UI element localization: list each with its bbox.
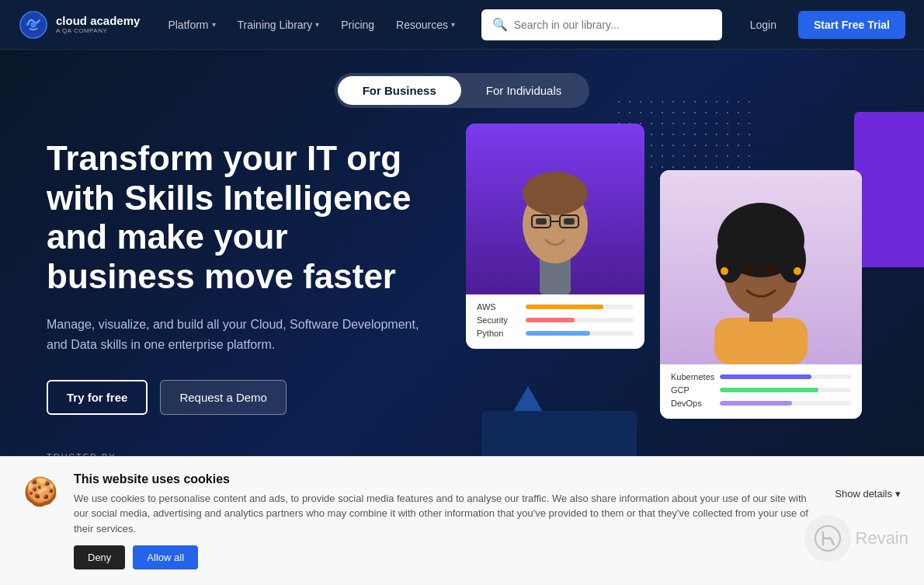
logo-icon	[19, 10, 48, 40]
logo[interactable]: cloud academy A QA COMPANY	[19, 10, 140, 40]
search-icon: 🔍	[492, 17, 508, 32]
person-image-1	[466, 124, 644, 294]
tab-business[interactable]: For Business	[338, 76, 461, 105]
show-details-button[interactable]: Show details ▾	[835, 488, 901, 500]
svg-point-17	[766, 265, 779, 274]
nav-item-training-library[interactable]: Training Library ▾	[228, 12, 329, 37]
svg-point-15	[778, 236, 806, 283]
tabs-container: For Business For Individuals	[47, 50, 877, 124]
person-card-1: AWS Security Python	[466, 124, 644, 349]
cookie-banner: 🍪 This website uses cookies We use cooki…	[0, 456, 924, 532]
skill-label-kubernetes: Kubernetes	[671, 372, 714, 381]
skill-label-gcp: GCP	[671, 385, 714, 395]
tabs-wrapper: For Business For Individuals	[335, 73, 590, 108]
person-image-2	[660, 170, 862, 364]
cookie-description: We use cookies to personalise content an…	[74, 491, 819, 532]
skill-label-security: Security	[477, 315, 519, 325]
revain-watermark: Revain	[804, 515, 908, 531]
skill-label-python: Python	[477, 329, 519, 338]
chevron-down-icon: ▾	[315, 20, 319, 29]
hero-left: Transform your IT org with Skills Intell…	[47, 131, 435, 494]
logo-subtitle: A QA COMPANY	[56, 27, 140, 34]
svg-rect-10	[714, 318, 808, 364]
revain-text: Revain	[856, 528, 908, 531]
nav-right: Login Start Free Trial	[741, 11, 905, 39]
svg-point-16	[743, 265, 756, 274]
skill-bar-card-2: Kubernetes GCP DevOps	[660, 364, 862, 419]
svg-point-14	[716, 236, 744, 283]
cookie-icon: 🍪	[23, 475, 58, 508]
svg-rect-6	[564, 218, 575, 225]
svg-point-19	[794, 267, 801, 275]
search-bar: 🔍	[481, 9, 722, 40]
svg-point-20	[815, 526, 840, 531]
svg-point-1	[30, 22, 36, 28]
svg-point-18	[721, 267, 728, 275]
nav-item-platform[interactable]: Platform ▾	[158, 12, 224, 37]
hero-title: Transform your IT org with Skills Intell…	[47, 139, 435, 296]
skill-label-devops: DevOps	[671, 399, 714, 408]
svg-point-4	[523, 172, 588, 215]
search-input[interactable]	[514, 19, 711, 31]
revain-logo-icon	[804, 515, 851, 531]
chevron-down-icon: ▾	[212, 20, 216, 29]
request-demo-button[interactable]: Request a Demo	[160, 380, 287, 415]
nav-item-pricing[interactable]: Pricing	[332, 12, 384, 37]
try-free-button[interactable]: Try for free	[47, 380, 148, 415]
hero-right: AWS Security Python	[466, 124, 877, 496]
chevron-down-icon: ▾	[895, 488, 901, 500]
nav-item-resources[interactable]: Resources ▾	[387, 12, 464, 37]
skill-label-aws: AWS	[477, 302, 519, 312]
skill-bar-card-1: AWS Security Python	[466, 294, 644, 349]
hero-buttons: Try for free Request a Demo	[47, 380, 435, 415]
navbar: cloud academy A QA COMPANY Platform ▾ Tr…	[0, 0, 924, 50]
cookie-title: This website uses cookies	[74, 472, 819, 486]
start-trial-button[interactable]: Start Free Trial	[798, 11, 905, 39]
cookie-text-area: This website uses cookies We use cookies…	[74, 472, 819, 532]
tab-individuals[interactable]: For Individuals	[461, 76, 587, 105]
login-button[interactable]: Login	[741, 14, 786, 36]
nav-links: Platform ▾ Training Library ▾ Pricing Re…	[158, 12, 474, 37]
chevron-down-icon: ▾	[451, 20, 455, 29]
svg-rect-5	[536, 218, 547, 225]
logo-name: cloud academy	[56, 15, 140, 28]
hero-subtitle: Manage, visualize, and build all your Cl…	[47, 315, 435, 354]
person-card-2: Kubernetes GCP DevOps	[660, 170, 862, 419]
